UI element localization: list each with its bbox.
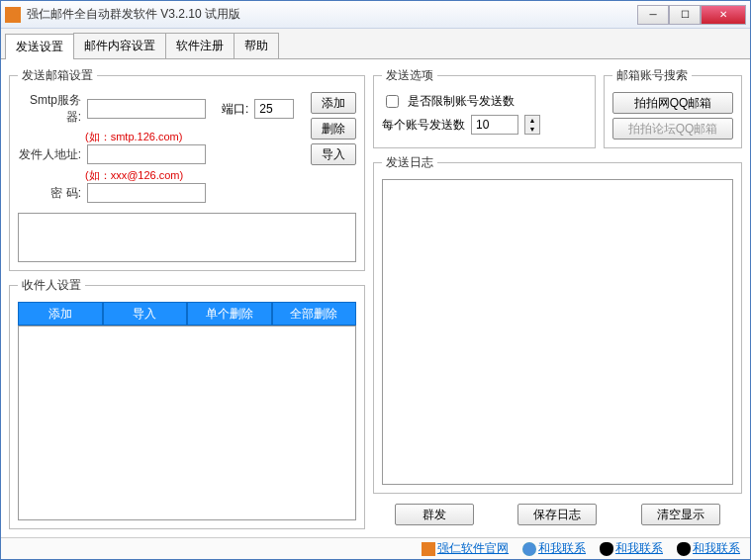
recipient-delete-all-button[interactable]: 全部删除 [272,302,357,326]
app-link-icon [422,542,435,556]
smtp-account-list[interactable] [18,213,356,262]
sender-hint: (如：xxx@126.com) [85,168,303,183]
tab-bar: 发送设置 邮件内容设置 软件注册 帮助 [1,29,750,59]
titlebar: 强仁邮件全自动群发软件 V3.2.10 试用版 ─ ☐ ✕ [1,1,750,29]
per-account-label: 每个账号发送数 [382,117,465,134]
sender-label: 发件人地址: [18,146,81,163]
pwd-label: 密 码: [18,185,81,202]
footer-contact-link-2[interactable]: 和我联系 [615,541,663,555]
close-button[interactable]: ✕ [701,5,746,25]
recipient-import-button[interactable]: 导入 [103,302,188,326]
qq-icon [677,542,691,556]
port-label: 端口: [222,101,248,118]
spin-down-icon[interactable]: ▼ [525,125,539,134]
smtp-import-button[interactable]: 导入 [311,143,356,165]
recipient-legend: 收件人设置 [18,277,85,294]
footer-contact-link-1[interactable]: 和我联系 [538,541,586,555]
per-account-spinner[interactable]: ▲▼ [524,115,540,135]
log-textarea[interactable] [382,179,733,485]
clear-log-button[interactable]: 清空显示 [641,504,720,525]
recipient-delete-one-button[interactable]: 单个删除 [187,302,272,326]
spin-up-icon[interactable]: ▲ [525,116,539,125]
search-group: 邮箱账号搜索 拍拍网QQ邮箱 拍拍论坛QQ邮箱 [604,67,742,148]
options-legend: 发送选项 [382,67,437,84]
sender-input[interactable] [87,144,206,164]
recipient-list[interactable] [18,326,356,520]
app-icon [5,7,21,23]
globe-icon [522,542,536,556]
recipient-add-button[interactable]: 添加 [18,302,103,326]
smtp-add-button[interactable]: 添加 [311,92,356,114]
search-paipai-forum-button[interactable]: 拍拍论坛QQ邮箱 [612,118,733,140]
smtp-legend: 发送邮箱设置 [18,67,97,84]
recipient-group: 收件人设置 添加 导入 单个删除 全部删除 [9,277,365,529]
options-group: 发送选项 是否限制账号发送数 每个账号发送数 ▲▼ [373,67,596,148]
log-legend: 发送日志 [382,154,437,171]
smtp-server-hint: (如：smtp.126.com) [85,130,303,144]
qq-icon [600,542,613,556]
smtp-server-input[interactable] [87,99,206,119]
send-all-button[interactable]: 群发 [395,504,474,525]
search-legend: 邮箱账号搜索 [612,67,692,84]
log-group: 发送日志 [373,154,742,494]
window-title: 强仁邮件全自动群发软件 V3.2.10 试用版 [27,6,637,23]
per-account-input[interactable] [471,115,518,135]
smtp-group: 发送邮箱设置 Smtp服务器: 端口: (如：smtp.126.com) 发件人… [9,67,365,271]
footer-official-link[interactable]: 强仁软件官网 [437,541,509,555]
footer: 强仁软件官网 和我联系 和我联系 和我联系 [1,537,750,559]
minimize-button[interactable]: ─ [637,5,669,25]
tab-content-settings[interactable]: 邮件内容设置 [73,33,166,58]
app-window: 强仁邮件全自动群发软件 V3.2.10 试用版 ─ ☐ ✕ 发送设置 邮件内容设… [0,0,751,560]
port-input[interactable] [254,99,294,119]
smtp-server-label: Smtp服务器: [18,92,81,126]
tab-help[interactable]: 帮助 [234,33,279,58]
tab-register[interactable]: 软件注册 [165,33,235,58]
save-log-button[interactable]: 保存日志 [517,504,597,525]
smtp-delete-button[interactable]: 删除 [311,118,356,140]
footer-contact-link-3[interactable]: 和我联系 [693,541,740,555]
limit-label: 是否限制账号发送数 [408,93,515,110]
tab-send-settings[interactable]: 发送设置 [5,34,74,59]
limit-checkbox[interactable] [386,95,399,108]
maximize-button[interactable]: ☐ [669,5,701,25]
search-paipai-web-button[interactable]: 拍拍网QQ邮箱 [612,92,733,114]
pwd-input[interactable] [87,183,206,203]
